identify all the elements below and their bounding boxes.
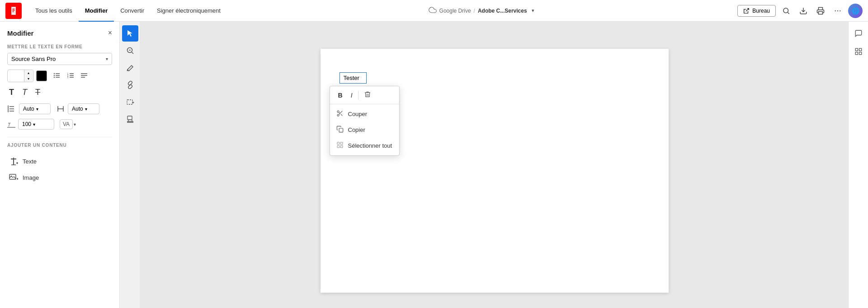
tracking-select[interactable]: 100 ▾	[18, 119, 54, 130]
font-name-label: Source Sans Pro	[11, 56, 56, 62]
svg-rect-60	[859, 48, 861, 51]
panel-close-button[interactable]: ×	[108, 29, 112, 37]
strikethrough-style-button[interactable]: T	[33, 87, 42, 98]
panel-title-row: Modifier ×	[7, 29, 112, 37]
align-list-unordered-button[interactable]	[51, 70, 63, 82]
context-toolbar: B I	[330, 86, 399, 104]
select-all-icon	[336, 141, 344, 150]
chevron-down-icon: ▾	[106, 56, 108, 61]
font-size-input-wrap: 9 ▴ ▾	[7, 70, 33, 82]
tracking-value: 100	[22, 121, 31, 127]
pdf-page: Tester B I	[321, 49, 669, 293]
text-format-section-label: Mettre le texte en forme	[7, 44, 112, 49]
svg-rect-47	[127, 116, 132, 120]
service-dropdown-button[interactable]: ▾	[530, 7, 536, 14]
align-list-ordered-button[interactable]: 1 2 3	[64, 70, 77, 82]
select-tool-button[interactable]	[122, 25, 138, 42]
ctx-bold-button[interactable]: B	[335, 90, 346, 101]
nav-item-signer[interactable]: Signer électroniquement	[151, 0, 227, 22]
nav-menu: Tous les outils Modifier Convertir Signe…	[29, 0, 227, 22]
add-text-item[interactable]: Texte	[7, 153, 112, 169]
zoom-out-tool-button[interactable]	[122, 42, 138, 59]
grid-panel-button[interactable]	[850, 43, 867, 60]
svg-rect-54	[339, 128, 343, 132]
stamp-icon	[126, 115, 134, 123]
app-logo[interactable]	[5, 3, 22, 19]
ctx-copier-item[interactable]: Copier	[330, 122, 399, 138]
bureau-button[interactable]: Bureau	[737, 5, 776, 17]
tracking-kerning-row: T 100 ▾ VA ▾	[7, 119, 112, 130]
svg-rect-61	[855, 52, 858, 55]
pencil-icon	[126, 64, 134, 72]
nav-item-tous-les-outils[interactable]: Tous les outils	[29, 0, 79, 22]
nav-center: Google Drive / Adobe C...Services ▾	[227, 6, 737, 15]
trash-icon	[364, 91, 371, 98]
font-size-input[interactable]: 9	[8, 71, 24, 81]
char-spacing-value: Auto	[72, 106, 83, 112]
print-button[interactable]	[814, 4, 827, 18]
svg-line-53	[339, 112, 340, 113]
ctx-delete-button[interactable]	[360, 89, 375, 101]
kerning-label: VA	[60, 119, 73, 129]
ctx-selectionner-tout-item[interactable]: Sélectionner tout	[330, 138, 399, 154]
font-size-up-button[interactable]: ▴	[24, 70, 33, 76]
text-box[interactable]: Tester	[340, 72, 367, 84]
search-button[interactable]	[779, 4, 793, 18]
svg-point-50	[337, 114, 339, 116]
svg-line-52	[340, 114, 342, 116]
align-justify-button[interactable]	[78, 70, 90, 82]
font-size-stepper: ▴ ▾	[24, 70, 33, 82]
main-content: Modifier × Mettre le texte en forme Sour…	[0, 22, 868, 308]
panel-title-text: Modifier	[7, 29, 33, 37]
nav-item-convertir[interactable]: Convertir	[114, 0, 151, 22]
kerning-dropdown-button[interactable]: ▾	[74, 122, 76, 127]
select-area-icon	[126, 98, 134, 106]
font-selector[interactable]: Source Sans Pro ▾	[7, 53, 112, 65]
download-icon	[799, 7, 807, 15]
grid-icon	[854, 47, 863, 56]
link-tool-button[interactable]	[122, 77, 138, 93]
stamp-tool-button[interactable]	[122, 111, 138, 127]
pencil-tool-button[interactable]	[122, 60, 138, 76]
char-spacing-select[interactable]: Auto ▾	[68, 103, 99, 114]
search-icon	[782, 7, 790, 15]
avatar[interactable]: 🌐	[848, 4, 863, 18]
context-menu: B I	[330, 86, 400, 156]
cursor-icon	[126, 29, 134, 37]
svg-rect-59	[855, 48, 858, 51]
select-area-tool-button[interactable]	[122, 94, 138, 110]
more-icon	[834, 7, 842, 15]
canvas-area: Tester B I	[141, 22, 848, 308]
svg-point-5	[837, 10, 838, 11]
font-row: Source Sans Pro ▾	[7, 53, 112, 65]
italic-style-button[interactable]: T	[20, 87, 29, 98]
color-swatch[interactable]	[36, 70, 47, 81]
svg-rect-3	[819, 11, 823, 14]
svg-line-43	[132, 52, 133, 54]
copy-icon	[336, 126, 344, 134]
line-spacing-select[interactable]: Auto ▾	[19, 103, 51, 114]
download-button[interactable]	[797, 4, 810, 18]
more-button[interactable]	[831, 4, 844, 18]
tracking-icon: T	[7, 120, 15, 128]
panel-divider	[7, 137, 112, 137]
link-icon	[126, 81, 134, 89]
comment-panel-button[interactable]	[850, 25, 867, 42]
bold-style-button[interactable]: T	[7, 87, 16, 98]
cloud-service-label: Google Drive	[439, 8, 471, 14]
svg-point-4	[835, 10, 836, 11]
add-image-item[interactable]: Image	[7, 169, 112, 186]
add-image-icon	[9, 173, 18, 182]
svg-rect-56	[340, 142, 343, 145]
nav-item-modifier[interactable]: Modifier	[79, 0, 114, 22]
ctx-italic-button[interactable]: I	[347, 90, 356, 101]
export-icon	[743, 8, 750, 14]
zoom-out-icon	[126, 47, 134, 55]
font-size-down-button[interactable]: ▾	[24, 76, 33, 82]
ctx-couper-item[interactable]: Couper	[330, 106, 399, 122]
top-navigation: Tous les outils Modifier Convertir Signe…	[0, 0, 868, 22]
svg-point-10	[54, 73, 55, 74]
svg-rect-46	[127, 100, 132, 104]
ctx-toolbar-separator	[358, 91, 359, 100]
align-buttons: 1 2 3	[51, 70, 90, 82]
